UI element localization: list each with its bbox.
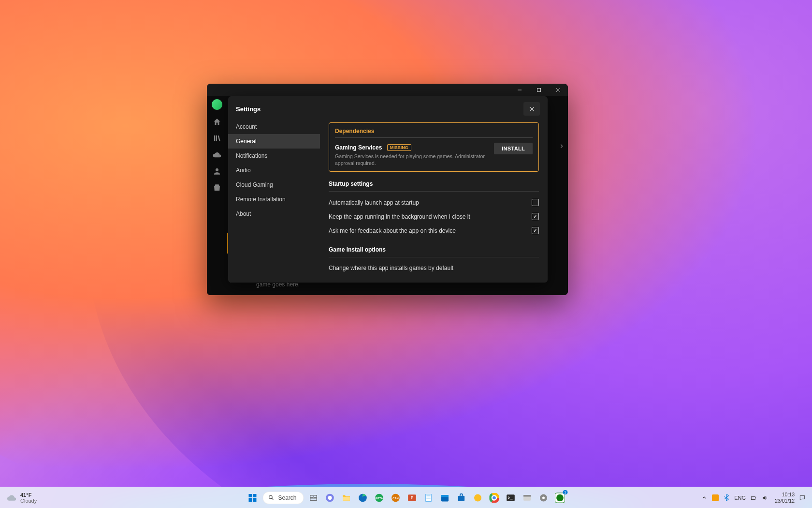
tray-notifications-icon[interactable] — [798, 494, 806, 502]
nav-about[interactable]: About — [228, 207, 320, 221]
dependencies-card: Dependencies Gaming Services MISSING Gam… — [329, 122, 539, 172]
tray-language[interactable]: ENG — [734, 495, 746, 501]
setting-feedback: Ask me for feedback about the app on thi… — [329, 224, 539, 238]
profile-avatar[interactable] — [212, 99, 222, 110]
setting-label: Change where this app installs games by … — [329, 265, 453, 271]
tray-security-icon[interactable] — [712, 494, 719, 501]
tray-clock[interactable]: 10:13 23/01/12 — [773, 492, 795, 503]
notepad-icon[interactable] — [422, 491, 435, 505]
nav-account[interactable]: Account — [228, 120, 320, 134]
svg-text:P: P — [411, 495, 414, 500]
missing-badge: MISSING — [387, 144, 411, 151]
divider — [329, 257, 539, 257]
svg-rect-0 — [537, 89, 541, 92]
svg-point-6 — [328, 495, 332, 499]
start-button[interactable] — [245, 491, 260, 505]
svg-point-18 — [474, 494, 481, 501]
edge-canary-icon[interactable]: CAN — [389, 491, 403, 505]
svg-point-30 — [556, 494, 564, 501]
window-titlebar — [207, 84, 568, 96]
task-view-icon[interactable] — [307, 491, 320, 505]
terminal-icon[interactable] — [504, 491, 518, 505]
game-install-options-heading: Game install options — [329, 246, 539, 253]
app-sidebar-rail — [207, 96, 227, 295]
setting-label: Ask me for feedback about the app on thi… — [329, 227, 456, 234]
search-icon — [268, 494, 274, 501]
setting-install-location: Change where this app installs games by … — [329, 261, 539, 275]
nav-notifications[interactable]: Notifications — [228, 149, 320, 163]
checkbox-auto-launch[interactable] — [532, 199, 539, 206]
divider — [329, 191, 539, 192]
install-button[interactable]: INSTALL — [494, 143, 533, 154]
checkbox-feedback[interactable]: ✓ — [532, 227, 539, 234]
svg-rect-16 — [441, 495, 449, 497]
weather-cloud-icon — [7, 493, 16, 503]
weather-widget[interactable]: 41°F Cloudy — [0, 492, 44, 504]
edge-beta-icon[interactable]: BETA — [373, 491, 386, 505]
edge-icon[interactable] — [356, 491, 370, 505]
store-icon[interactable] — [213, 183, 221, 192]
svg-rect-26 — [523, 495, 531, 496]
cloud-icon[interactable] — [213, 150, 221, 159]
taskbar-search[interactable]: Search — [262, 492, 304, 504]
tray-volume-icon[interactable] — [761, 494, 769, 502]
chevron-right-icon[interactable] — [558, 143, 565, 149]
minimize-button[interactable] — [510, 84, 529, 96]
setting-label: Automatically launch app at startup — [329, 199, 419, 206]
setting-label: Keep the app running in the background w… — [329, 213, 470, 220]
chat-icon[interactable] — [323, 491, 337, 505]
startup-settings-heading: Startup settings — [329, 180, 539, 187]
system-tray: ENG 10:13 23/01/12 — [695, 492, 812, 503]
close-window-button[interactable] — [549, 84, 568, 96]
friends-icon[interactable] — [213, 167, 221, 176]
maximize-button[interactable] — [529, 84, 549, 96]
nav-remote-install[interactable]: Remote Installation — [228, 192, 320, 207]
dependency-description: Gaming Services is needed for playing so… — [335, 153, 489, 166]
calendar-icon[interactable] — [438, 491, 452, 505]
svg-point-23 — [493, 496, 496, 499]
settings-nav: Account General Notifications Audio Clou… — [228, 116, 320, 283]
tray-bluetooth-icon[interactable] — [723, 494, 730, 502]
checkbox-keep-running[interactable]: ✓ — [532, 213, 539, 220]
tray-chevron-icon[interactable] — [700, 494, 708, 502]
taskbar-center: Search BETA CAN P 1 — [245, 491, 566, 505]
svg-rect-4 — [310, 498, 317, 500]
xbox-app-icon[interactable]: 1 — [553, 491, 567, 505]
chrome-icon[interactable] — [488, 491, 501, 505]
weather-temp: 41°F — [20, 492, 37, 498]
setting-auto-launch: Automatically launch app at startup — [329, 195, 539, 209]
settings-icon[interactable] — [537, 491, 551, 505]
file-explorer-icon[interactable] — [521, 491, 534, 505]
settings-close-button[interactable] — [523, 102, 540, 116]
home-icon[interactable] — [213, 118, 221, 126]
settings-content: Dependencies Gaming Services MISSING Gam… — [320, 116, 548, 283]
tray-network-icon[interactable] — [750, 494, 757, 502]
settings-title: Settings — [236, 105, 261, 113]
powerpoint-icon[interactable]: P — [406, 491, 419, 505]
settings-dialog: Settings Account General Notifications A… — [228, 96, 548, 283]
library-icon[interactable] — [213, 134, 221, 143]
svg-point-28 — [542, 496, 545, 499]
dependency-row: Gaming Services MISSING Gaming Services … — [335, 143, 533, 166]
dependency-name: Gaming Services — [335, 144, 382, 151]
svg-rect-17 — [458, 495, 464, 501]
nav-general[interactable]: General — [228, 134, 320, 149]
store-icon[interactable] — [455, 491, 468, 505]
settings-header: Settings — [228, 96, 548, 116]
nav-cloud-gaming[interactable]: Cloud Gaming — [228, 178, 320, 192]
svg-text:BETA: BETA — [376, 497, 383, 500]
svg-rect-31 — [751, 496, 755, 499]
tray-date: 23/01/12 — [775, 498, 795, 504]
taskbar: 41°F Cloudy Search BETA CAN P 1 ENG — [0, 487, 812, 508]
dependencies-heading: Dependencies — [335, 128, 533, 134]
svg-rect-14 — [426, 494, 432, 501]
nav-audio[interactable]: Audio — [228, 163, 320, 178]
explorer-icon[interactable] — [340, 491, 353, 505]
lights-icon[interactable] — [471, 491, 485, 505]
svg-rect-24 — [507, 494, 515, 501]
xbox-app-window: Instal game goes here. Settings Account … — [207, 84, 568, 295]
svg-point-1 — [269, 495, 273, 499]
divider — [335, 137, 533, 138]
setting-keep-running: Keep the app running in the background w… — [329, 209, 539, 224]
search-placeholder: Search — [278, 494, 296, 501]
